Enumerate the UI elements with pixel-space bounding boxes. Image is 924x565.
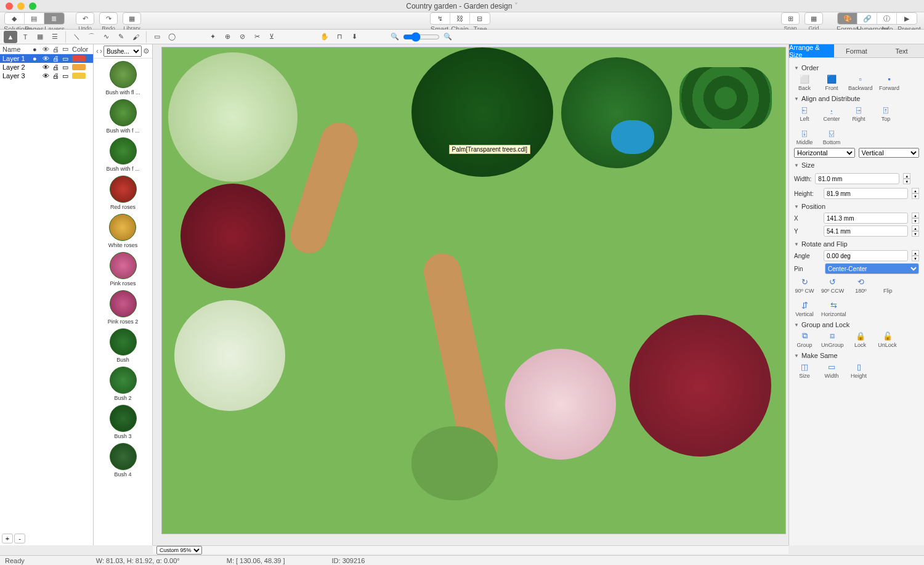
arc-tool[interactable]: ⌒ — [84, 31, 98, 43]
lock-btn[interactable]: 🔒Lock — [850, 331, 871, 348]
layer-lock-icon[interactable]: ▭ — [62, 72, 72, 80]
library-item-7[interactable]: Bush — [110, 328, 137, 363]
layer-color[interactable] — [72, 64, 86, 70]
hedge[interactable] — [679, 67, 772, 129]
library-item-2[interactable]: Bush with f ... — [106, 137, 139, 172]
size-section[interactable]: Size — [794, 161, 919, 169]
stamp-tool[interactable]: ⊓ — [333, 31, 346, 43]
tab-text[interactable]: Text — [879, 44, 924, 58]
green-pond[interactable] — [411, 426, 498, 500]
order-section[interactable]: Order — [794, 64, 919, 71]
hypernote-button[interactable]: 🔗 — [857, 13, 877, 24]
angle-up[interactable]: ▲ — [912, 250, 919, 256]
library-item-5[interactable]: Pink roses — [110, 252, 137, 287]
layer-remove[interactable]: - — [14, 534, 25, 543]
rotate-section[interactable]: Rotate and Flip — [794, 240, 919, 248]
layer-row-0[interactable]: Layer 1 ● 👁 🖨 ▭ — [0, 54, 93, 63]
y-input[interactable] — [824, 226, 908, 237]
layer-color[interactable] — [72, 73, 86, 79]
library-item-4[interactable]: White roses — [108, 214, 138, 248]
pencil-tool[interactable]: ✎ — [114, 31, 128, 43]
info-button[interactable]: ⓘ — [877, 13, 897, 24]
zoom-in[interactable]: 🔍 — [441, 31, 455, 43]
same-size[interactable]: ◫Size — [794, 362, 815, 379]
dist-v[interactable]: Vertical — [859, 148, 920, 158]
ungroup-btn[interactable]: ⧈UnGroup — [821, 331, 844, 348]
layer-lock-icon[interactable]: ▭ — [62, 55, 72, 63]
join-tool[interactable]: ⊻ — [265, 31, 278, 43]
layer-row-2[interactable]: Layer 3 👁 🖨 ▭ — [0, 71, 93, 80]
x-input[interactable] — [824, 213, 908, 224]
spline-tool[interactable]: ∿ — [99, 31, 113, 43]
rot-ccw[interactable]: ↺90º CCW — [821, 277, 844, 294]
same-section[interactable]: Make Same — [794, 352, 919, 359]
palm[interactable] — [561, 57, 672, 168]
library-item-0[interactable]: Bush with fl ... — [105, 61, 140, 96]
text-tool[interactable]: T — [18, 31, 32, 43]
layer-lock-icon[interactable]: ▭ — [62, 63, 72, 71]
unlock-btn[interactable]: 🔓UnLock — [877, 331, 898, 348]
library-item-8[interactable]: Bush 2 — [110, 367, 137, 401]
grid-button[interactable]: ▦ — [804, 12, 823, 25]
layer-add[interactable]: + — [2, 534, 13, 543]
zoom-select[interactable]: Custom 95% — [156, 546, 202, 555]
canvas-viewport[interactable]: Palm[Transparent trees.cdl] — [153, 44, 788, 545]
smart-button[interactable]: ↯ — [431, 13, 450, 24]
height-input[interactable] — [824, 188, 908, 199]
drop-tool[interactable]: ⬇ — [347, 31, 361, 43]
lib-back[interactable]: ‹ — [96, 47, 99, 55]
pan-tool[interactable]: ✋ — [318, 31, 331, 43]
pin-select[interactable]: Center-Center — [825, 263, 919, 274]
canvas[interactable]: Palm[Transparent trees.cdl] — [161, 47, 786, 534]
zoom-out[interactable]: 🔍 — [388, 31, 402, 43]
tree-button[interactable]: ⊟ — [470, 13, 490, 24]
lib-settings-icon[interactable]: ⚙ — [143, 47, 150, 55]
table-tool[interactable]: ▦ — [33, 31, 47, 43]
rot-180[interactable]: ⟲180º — [850, 277, 871, 294]
callout-tool[interactable]: ☰ — [48, 31, 62, 43]
same-height[interactable]: ▯Height — [848, 362, 869, 379]
detach-tool[interactable]: ⊘ — [235, 31, 249, 43]
position-section[interactable]: Position — [794, 203, 919, 210]
align-middle[interactable]: ⍗Middle — [794, 128, 815, 145]
height-down[interactable]: ▼ — [912, 193, 919, 199]
rot-cw[interactable]: ↻90º CW — [794, 277, 815, 294]
undo-button[interactable]: ↶ — [76, 12, 94, 25]
pond[interactable] — [611, 120, 654, 154]
x-down[interactable]: ▼ — [912, 218, 919, 224]
height-up[interactable]: ▲ — [912, 188, 919, 193]
lib-fwd[interactable]: › — [100, 47, 102, 55]
lib-select[interactable]: Bushe... — [103, 46, 142, 57]
group-btn[interactable]: ⧉Group — [794, 331, 815, 348]
layer-visible-icon[interactable]: 👁 — [43, 63, 52, 71]
flip-v[interactable]: ⇵Vertical — [794, 300, 815, 317]
layer-color[interactable] — [72, 55, 86, 62]
angle-input[interactable] — [824, 250, 908, 261]
layers-button[interactable]: ≣ — [44, 13, 64, 24]
order-forward[interactable]: ▪Forward — [879, 74, 900, 91]
solutions-button[interactable]: ◆ — [5, 13, 25, 24]
whitefoliage-tree[interactable] — [168, 52, 298, 182]
library-list[interactable]: Bush with fl ...Bush with f ...Bush with… — [94, 59, 152, 545]
same-width[interactable]: ▭Width — [821, 362, 842, 379]
redo-button[interactable]: ↷ — [99, 12, 118, 25]
order-back[interactable]: ⬜Back — [794, 74, 815, 91]
dark-tree[interactable] — [411, 47, 553, 177]
library-item-9[interactable]: Bush 3 — [110, 405, 137, 439]
rect-tool[interactable]: ▭ — [150, 31, 164, 43]
present-button[interactable]: ▶ — [897, 13, 917, 24]
align-left[interactable]: ⍇Left — [794, 105, 815, 122]
brush-tool[interactable]: 🖌 — [129, 31, 142, 43]
layer-print-icon[interactable]: 🖨 — [52, 63, 62, 71]
width-up[interactable]: ▲ — [903, 173, 910, 179]
dist-h[interactable]: Horizontal — [794, 148, 855, 158]
red-tree-1[interactable] — [180, 184, 285, 288]
chain-button[interactable]: ⛓ — [450, 13, 470, 24]
library-item-6[interactable]: Pink roses 2 — [108, 290, 139, 325]
layer-row-1[interactable]: Layer 2 👁 🖨 ▭ — [0, 63, 93, 71]
align-bottom[interactable]: ⍌Bottom — [821, 128, 842, 145]
align-top[interactable]: ⍐Top — [875, 105, 896, 122]
flip-h[interactable]: ⇆Horizontal — [821, 300, 846, 317]
library-button[interactable]: ▦ — [123, 12, 141, 25]
align-center[interactable]: ⍚Center — [821, 105, 842, 122]
